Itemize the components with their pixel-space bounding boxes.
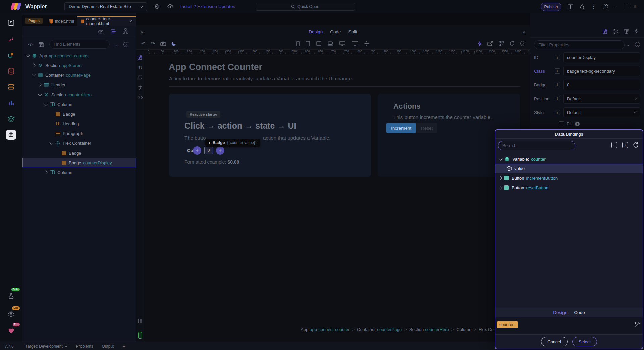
info-icon[interactable]: i (555, 82, 560, 88)
properties-ellipsis-icon[interactable]: … (626, 42, 631, 47)
filter-properties-field[interactable] (534, 40, 625, 49)
undo-icon[interactable]: ↶ (141, 41, 146, 47)
rail-collections-button[interactable] (4, 96, 18, 109)
screenshot-camera-icon[interactable] (160, 41, 166, 46)
tree-item-header[interactable]: Header (22, 80, 136, 90)
grid-dots-icon[interactable] (137, 318, 143, 324)
pill-checkbox[interactable] (559, 121, 564, 126)
bindings-search-field[interactable] (498, 141, 575, 150)
close-button[interactable]: × (630, 4, 640, 10)
collapse-chevron-icon[interactable] (31, 72, 37, 78)
expression-token[interactable]: counter.. (497, 321, 518, 328)
tree-item-column-2[interactable]: Column (22, 168, 136, 177)
edit-pencil-icon[interactable] (137, 54, 143, 61)
tree-item-paragraph[interactable]: Paragraph (22, 129, 136, 138)
collapse-chevron-icon[interactable] (498, 156, 503, 162)
id-input[interactable]: counterDisplay (563, 52, 640, 62)
rail-database-button[interactable] (4, 64, 18, 78)
device-desktop-icon[interactable] (339, 41, 345, 46)
tree-item-container-counterpage[interactable]: ContainercounterPage (22, 70, 136, 80)
help-icon[interactable]: ? (603, 4, 608, 9)
expression-editor[interactable]: counter.. (495, 317, 643, 334)
app-actions-lightning-icon[interactable] (478, 41, 482, 46)
expand-panel-icon[interactable]: » (523, 29, 525, 35)
rail-design-button[interactable] (4, 32, 18, 46)
tree-item-badge-counterdisplay[interactable]: BadgecounterDisplay (22, 158, 136, 167)
visibility-eye-icon[interactable] (137, 94, 143, 101)
drop-target-handle[interactable] (138, 332, 142, 339)
publish-button[interactable]: Publish (541, 3, 561, 11)
tab-design[interactable]: Design (309, 29, 323, 34)
project-selector[interactable]: Demo Dynamic Real Estate Site (64, 2, 147, 11)
expand-chevron-icon[interactable] (31, 63, 37, 68)
tree-item-app[interactable]: Appapp-connect-counter (22, 51, 136, 60)
info-icon[interactable]: i (555, 110, 560, 115)
device-large-display-icon[interactable] (352, 41, 358, 46)
qr-code-icon[interactable] (499, 41, 504, 46)
output-button[interactable]: Output (102, 344, 114, 349)
rail-experimental-button[interactable]: Exp (4, 308, 18, 321)
redo-icon[interactable]: ↷ (151, 41, 155, 47)
typography-icon[interactable]: Tt (137, 64, 143, 70)
minimize-button[interactable]: – (610, 4, 620, 9)
style-select[interactable]: Default (563, 107, 640, 117)
install-updates-link[interactable]: Install 2 Extension Updates (180, 4, 235, 9)
tree-item-column[interactable]: Column (22, 100, 136, 109)
expand-all-icon[interactable]: + (622, 142, 628, 148)
select-button[interactable]: Select (572, 337, 597, 346)
properties-lightning-icon[interactable] (634, 29, 638, 34)
tree-item-badge-2[interactable]: Badge (22, 148, 136, 158)
insert-before-button[interactable]: + (193, 146, 201, 155)
collapse-chevron-icon[interactable] (49, 140, 54, 146)
settings-gear-icon[interactable] (154, 4, 160, 9)
rail-extensions-button[interactable] (4, 48, 18, 62)
kebab-menu-icon[interactable]: ⋮ (591, 4, 596, 10)
sitemap-icon[interactable] (123, 28, 128, 34)
tree-item-section-counterhero[interactable]: SectioncounterHero (22, 90, 136, 99)
collapse-chevron-icon[interactable] (37, 92, 43, 97)
device-laptop-icon[interactable] (327, 41, 333, 46)
expand-chevron-icon[interactable] (498, 175, 503, 181)
css-styles-icon[interactable] (624, 29, 629, 34)
bindings-search-input[interactable] (502, 143, 571, 148)
binding-button-resetbutton[interactable]: Button resetButton (495, 183, 643, 192)
tree-item-heading[interactable]: H Heading (22, 119, 136, 128)
save-icon[interactable] (39, 42, 44, 47)
info-icon[interactable]: i (555, 68, 560, 74)
badge-input[interactable]: 0 (563, 80, 640, 90)
cut-scissors-icon[interactable] (613, 29, 619, 34)
quick-open-button[interactable]: Quick Open (256, 3, 355, 11)
rail-beta-features-button[interactable]: Beta (4, 289, 18, 302)
binding-button-incrementbutton[interactable]: Button incrementButton (495, 173, 643, 183)
outline-list-icon[interactable] (111, 29, 116, 34)
add-panel-button[interactable]: + (122, 343, 125, 349)
find-elements-field[interactable] (49, 40, 110, 49)
binding-value[interactable]: value (495, 164, 643, 173)
bindings-tab-code[interactable]: Code (574, 310, 585, 315)
panel-ellipsis-icon[interactable]: … (114, 42, 119, 47)
theme-droplet-icon[interactable] (580, 4, 584, 9)
rail-server-button[interactable] (4, 80, 18, 94)
rail-layers-button[interactable] (4, 112, 18, 125)
insert-after-button[interactable]: + (216, 146, 224, 155)
rail-workspace-button[interactable] (4, 16, 18, 30)
accessibility-icon[interactable] (137, 84, 143, 91)
increment-button[interactable]: Increment (386, 123, 416, 133)
resize-move-icon[interactable] (364, 41, 369, 46)
pages-tab[interactable]: Pages (25, 18, 43, 24)
properties-edit-icon[interactable] (603, 29, 608, 34)
properties-help-icon[interactable]: ? (635, 42, 640, 47)
counter-display-badge[interactable]: 0 (204, 147, 213, 154)
problems-button[interactable]: Problems (76, 344, 93, 349)
bindings-tab-design[interactable]: Design (553, 310, 567, 315)
rail-ai-assistant-button[interactable] (4, 128, 18, 141)
tree-item-section-appstores[interactable]: SectionappStores (22, 61, 136, 70)
share-export-icon[interactable] (487, 41, 493, 46)
info-icon[interactable]: i (137, 74, 143, 80)
expand-chevron-icon[interactable] (498, 185, 503, 190)
device-phone-icon[interactable] (296, 41, 300, 46)
tab-split[interactable]: Split (348, 29, 357, 34)
cancel-button[interactable]: Cancel (541, 337, 567, 346)
formatter-wand-icon[interactable] (634, 322, 640, 327)
filter-properties-input[interactable] (538, 42, 620, 47)
